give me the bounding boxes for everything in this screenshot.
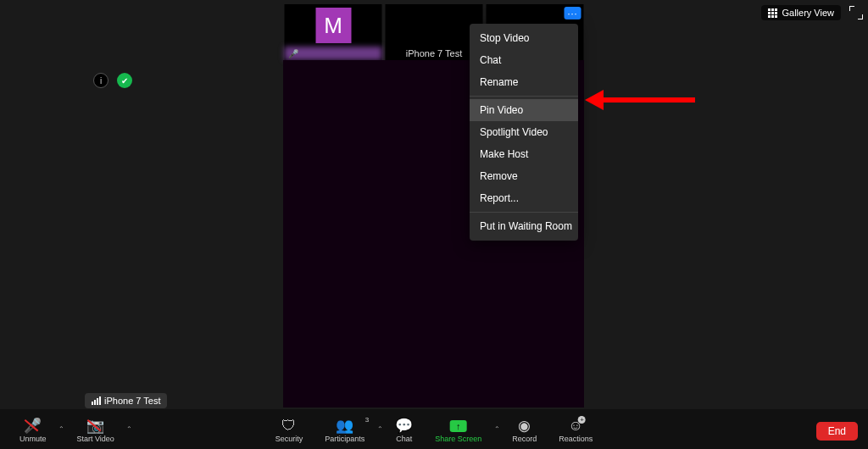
start-video-label: Start Video (77, 435, 114, 443)
record-icon: ◉ (518, 418, 531, 435)
participants-caret[interactable]: ⌃ (376, 414, 384, 445)
camera-off-icon: 📷 (86, 418, 104, 435)
participant-context-menu: Stop Video Chat Rename Pin Video Spotlig… (470, 24, 578, 241)
menu-report[interactable]: Report... (470, 187, 578, 209)
signal-icon (92, 396, 101, 405)
share-screen-label: Share Screen (435, 435, 481, 443)
info-icon[interactable]: i (93, 73, 108, 88)
audio-options-caret[interactable]: ⌃ (58, 414, 66, 445)
menu-spotlight-video[interactable]: Spotlight Video (470, 121, 578, 143)
chat-label: Chat (396, 435, 412, 443)
gallery-view-label: Gallery View (782, 8, 834, 18)
participant-thumbnail[interactable]: iPhone 7 Test (386, 4, 483, 60)
start-video-button[interactable]: 📷 Start Video (66, 414, 125, 445)
chat-icon: 💬 (395, 418, 413, 435)
gallery-view-button[interactable]: Gallery View (761, 5, 841, 20)
chat-button[interactable]: 💬 Chat (384, 414, 424, 445)
microphone-muted-icon: 🎤 (24, 418, 42, 435)
security-label: Security (275, 435, 303, 443)
menu-chat[interactable]: Chat (470, 49, 578, 71)
menu-rename[interactable]: Rename (470, 71, 578, 93)
muted-icon: 🎤 (288, 49, 298, 58)
record-button[interactable]: ◉ Record (501, 414, 548, 445)
menu-remove[interactable]: Remove (470, 165, 578, 187)
reactions-icon: ☺+ (569, 418, 583, 435)
record-label: Record (512, 435, 537, 443)
reactions-button[interactable]: ☺+ Reactions (548, 414, 604, 445)
share-screen-button[interactable]: ↑ Share Screen (424, 414, 492, 445)
menu-separator (470, 212, 578, 213)
more-options-button[interactable]: ··· (565, 7, 581, 19)
tooltip-text: iPhone 7 Test (104, 396, 160, 406)
participants-button[interactable]: 👥 3 Participants (314, 414, 376, 445)
unmute-button[interactable]: 🎤 Unmute (8, 414, 58, 445)
share-screen-icon: ↑ (450, 418, 467, 435)
security-button[interactable]: 🛡 Security (264, 414, 314, 445)
encryption-shield-icon[interactable]: ✔ (117, 73, 132, 88)
participant-thumbnail[interactable]: M 🎤 (285, 4, 382, 60)
end-meeting-button[interactable]: End (816, 422, 858, 441)
meeting-info-icons: i ✔ (93, 73, 132, 88)
participants-icon: 👥 (336, 418, 353, 435)
menu-stop-video[interactable]: Stop Video (470, 27, 578, 49)
menu-pin-video[interactable]: Pin Video (470, 99, 578, 121)
menu-make-host[interactable]: Make Host (470, 143, 578, 165)
signal-tooltip: iPhone 7 Test (85, 393, 167, 408)
grid-icon (768, 8, 777, 18)
participants-count: 3 (365, 416, 369, 424)
reactions-label: Reactions (559, 435, 593, 443)
meeting-toolbar: 🎤 Unmute ⌃ 📷 Start Video ⌃ 🛡 Security 👥 … (0, 409, 868, 449)
unmute-label: Unmute (19, 435, 47, 443)
menu-separator (470, 96, 578, 97)
video-options-caret[interactable]: ⌃ (125, 414, 134, 445)
fullscreen-icon[interactable] (849, 6, 863, 19)
participants-label: Participants (325, 435, 364, 443)
menu-waiting-room[interactable]: Put in Waiting Room (470, 215, 578, 237)
participant-name: iPhone 7 Test (386, 48, 483, 60)
avatar: M (315, 8, 351, 43)
annotation-arrow (585, 90, 695, 110)
share-options-caret[interactable]: ⌃ (492, 414, 501, 445)
shield-icon: 🛡 (281, 418, 296, 435)
name-overlay (285, 47, 382, 60)
